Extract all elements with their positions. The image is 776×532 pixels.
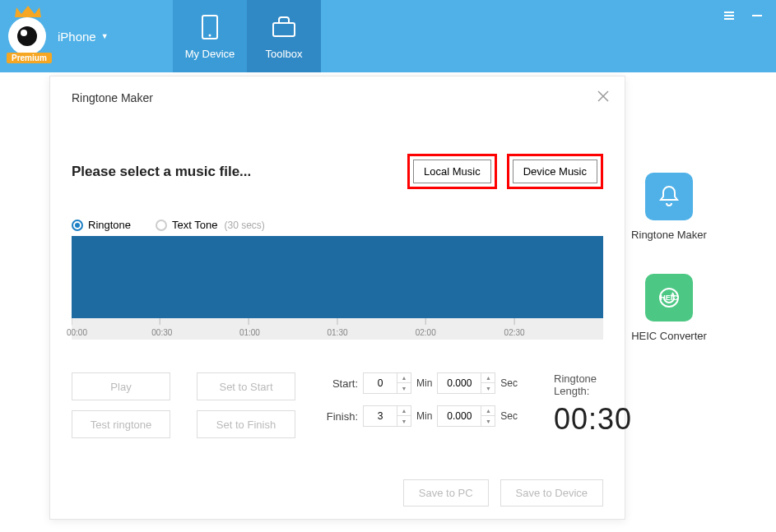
device-selector-label: iPhone [58,30,96,44]
test-ringtone-button[interactable]: Test ringtone [72,410,170,438]
tab-my-device[interactable]: My Device [173,0,247,72]
tab-label: Toolbox [266,48,303,60]
tab-toolbox[interactable]: Toolbox [247,0,321,72]
radio-dot-icon [156,220,167,231]
chevron-down-icon: ▼ [101,32,109,40]
radio-hint: (30 secs) [224,220,264,231]
menu-icon[interactable] [722,8,737,23]
sec-unit: Sec [500,410,518,422]
finish-label: Finish: [322,410,358,423]
tick-label: 01:30 [327,328,347,337]
radio-label: Ringtone [88,219,131,231]
app-header: Premium iPhone ▼ My Device Toolbox [0,0,776,72]
play-button[interactable]: Play [72,372,170,400]
spin-up-icon[interactable]: ▲ [481,405,495,416]
tick-label: 00:30 [151,328,172,337]
svg-rect-2 [273,23,295,36]
svg-point-1 [209,34,211,36]
min-unit: Min [416,410,432,422]
set-finish-button[interactable]: Set to Finish [197,410,295,438]
app-logo-icon [8,17,46,55]
modal-title: Ringtone Maker [72,91,603,104]
spin-down-icon[interactable]: ▼ [397,383,411,394]
radio-label: Text Tone [172,219,217,231]
tile-ringtone-maker[interactable]: Ringtone Maker [631,173,707,241]
nav-tabs: My Device Toolbox [173,0,321,72]
heic-icon-text: HEIC [660,294,678,302]
device-selector[interactable]: iPhone ▼ [58,30,109,44]
spin-down-icon[interactable]: ▼ [481,416,495,427]
heic-icon: HEIC [645,274,693,322]
tile-heic-converter[interactable]: HEIC HEIC Converter [631,274,707,342]
spin-up-icon[interactable]: ▲ [397,405,411,416]
logo-area: Premium iPhone ▼ [0,0,173,72]
highlight-local-music: Local Music [407,154,497,189]
tile-label: Ringtone Maker [631,229,707,241]
spin-down-icon[interactable]: ▼ [397,416,411,427]
spin-down-icon[interactable]: ▼ [481,383,495,394]
spin-up-icon[interactable]: ▲ [397,372,411,383]
tick-label: 00:00 [67,328,87,337]
highlight-device-music: Device Music [507,154,603,189]
waveform-area[interactable] [72,236,603,318]
tick-label: 02:30 [504,328,525,337]
window-controls [722,8,764,23]
start-min-input[interactable]: ▲▼ [363,372,411,394]
finish-min-input[interactable]: ▲▼ [363,405,411,427]
bell-icon [645,173,693,220]
tile-label: HEIC Converter [631,330,707,342]
timeline: 00:00 00:30 01:00 01:30 02:00 02:30 [72,318,603,340]
ringtone-length-label: Ringtone Length: [554,372,632,397]
sec-unit: Sec [500,377,518,389]
close-button[interactable] [595,88,611,104]
toolbox-icon [270,13,298,41]
tick-label: 01:00 [239,328,260,337]
start-label: Start: [322,377,358,390]
tablet-icon [196,13,224,41]
min-unit: Min [416,377,432,389]
radio-ringtone[interactable]: Ringtone [72,219,131,231]
local-music-button[interactable]: Local Music [413,160,491,183]
toolbox-tiles: Ringtone Maker HEIC HEIC Converter [620,173,718,342]
save-to-pc-button[interactable]: Save to PC [403,479,489,507]
prompt-text: Please select a music file... [72,164,251,180]
ringtone-length-value: 00:30 [554,402,632,437]
tab-label: My Device [185,48,235,60]
tick-label: 02:00 [416,328,436,337]
device-music-button[interactable]: Device Music [513,160,597,183]
start-sec-input[interactable]: ▲▼ [437,372,495,394]
ringtone-maker-modal: Ringtone Maker Please select a music fil… [49,76,625,520]
minimize-icon[interactable] [750,8,764,23]
save-to-device-button[interactable]: Save to Device [500,479,603,507]
radio-dot-icon [72,220,83,231]
set-start-button[interactable]: Set to Start [197,372,295,400]
spin-up-icon[interactable]: ▲ [481,372,495,383]
premium-badge: Premium [7,53,52,63]
finish-sec-input[interactable]: ▲▼ [437,405,495,427]
radio-text-tone[interactable]: Text Tone (30 secs) [156,219,265,231]
